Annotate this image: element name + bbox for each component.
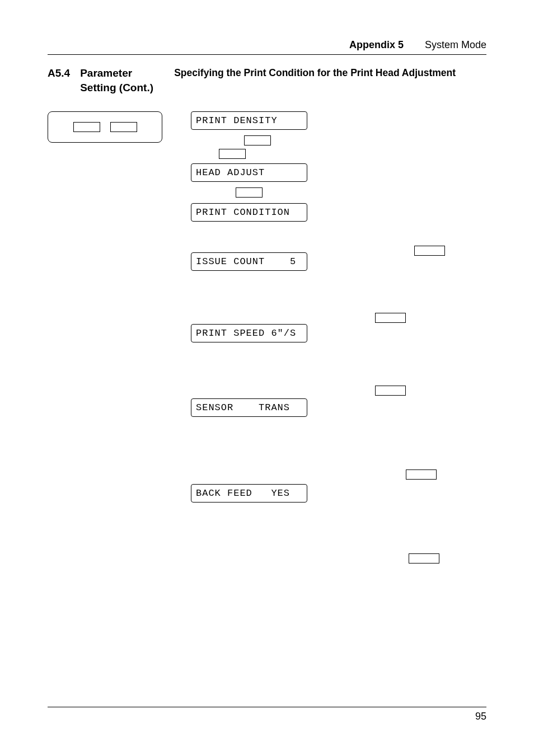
key-rect [236,187,263,198]
section-number: A5.4 [48,66,70,79]
left-panel-box [48,111,162,143]
page-number: 95 [475,711,486,722]
lcd-sensor: SENSOR TRANS [191,398,307,417]
key-rect [244,135,271,145]
key-rect [375,386,406,396]
lcd-print-density: PRINT DENSITY [191,111,307,130]
key-rect [375,313,406,323]
lcd-print-condition: PRINT CONDITION [191,203,307,222]
key-rect [406,469,437,480]
key-rect [73,122,100,132]
lcd-issue-count: ISSUE COUNT 5 [191,252,307,271]
page-footer: 95 [48,707,486,722]
key-rect [110,122,137,132]
key-rect [409,553,439,564]
key-rect [219,149,246,159]
key-rect [414,246,445,256]
spec-title: Specifying the Print Condition for the P… [174,66,486,79]
lcd-back-feed: BACK FEED YES [191,484,307,503]
section-title-line2: Setting (Cont.) [80,82,153,93]
mode-label: System Mode [425,39,486,50]
section-title: Parameter Setting (Cont.) [80,66,164,95]
page-header: Appendix 5 System Mode [48,39,486,55]
appendix-label: Appendix 5 [349,39,404,50]
section-title-line1: Parameter [80,67,132,79]
lcd-print-speed: PRINT SPEED 6"/S [191,324,307,342]
lcd-head-adjust: HEAD ADJUST [191,163,307,182]
